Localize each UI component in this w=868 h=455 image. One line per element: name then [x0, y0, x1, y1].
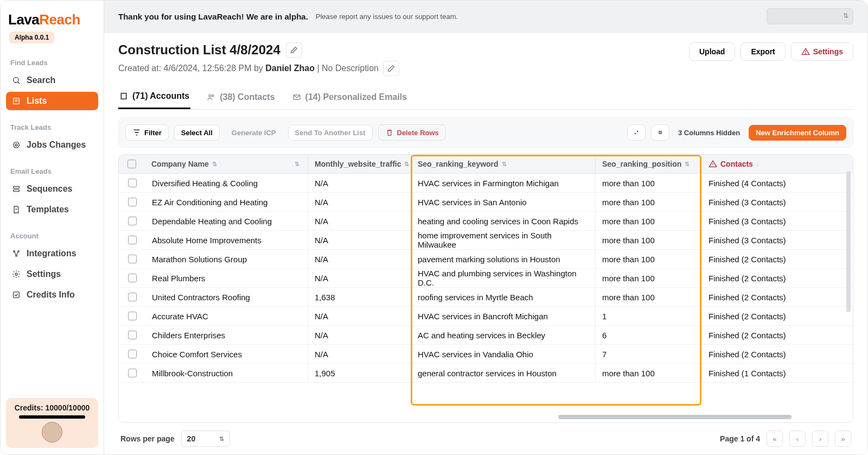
row-checkbox-cell[interactable]	[119, 364, 145, 382]
row-checkbox[interactable]	[128, 369, 137, 377]
svg-rect-23	[659, 131, 661, 134]
nav-integrations-label: Integrations	[27, 249, 76, 258]
row-checkbox[interactable]	[128, 198, 137, 206]
cell-traffic: N/A	[308, 345, 411, 363]
prev-page-button[interactable]: ‹	[789, 431, 806, 447]
tab-emails[interactable]: (14) Personalized Emails	[291, 86, 409, 109]
svg-point-12	[16, 255, 17, 257]
table-row[interactable]: Dependable Heating and Cooling N/A heati…	[119, 212, 853, 231]
table-row[interactable]: United Contractors Roofing 1,638 roofing…	[119, 288, 853, 307]
row-checkbox-cell[interactable]	[119, 345, 145, 363]
trash-icon	[385, 128, 394, 137]
cell-position: 6	[595, 326, 701, 344]
header-checkbox[interactable]	[127, 160, 136, 168]
nav-templates-label: Templates	[27, 205, 69, 214]
columns-button[interactable]	[651, 124, 669, 141]
table-header: Company Name ⇅ ⇅ Monthly_website_traffic…	[119, 155, 853, 174]
row-checkbox-cell[interactable]	[119, 212, 145, 230]
expand-button[interactable]	[627, 124, 646, 141]
cell-traffic: N/A	[308, 174, 411, 192]
header-checkbox-cell[interactable]	[119, 155, 145, 173]
row-checkbox-cell[interactable]	[119, 250, 145, 268]
horizontal-scroll-track[interactable]	[124, 415, 841, 418]
generate-icp-button[interactable]: Generate ICP	[225, 125, 283, 140]
nav-settings[interactable]: Settings	[6, 265, 98, 283]
document-icon	[11, 205, 21, 214]
banner-subtitle: Please report any issues to our support …	[316, 12, 458, 21]
tab-contacts[interactable]: (38) Contacts	[206, 86, 276, 109]
row-checkbox[interactable]	[128, 312, 137, 320]
cell-company: Accurate HVAC	[145, 307, 286, 325]
delete-rows-button[interactable]: Delete Rows	[378, 124, 446, 141]
row-checkbox-cell[interactable]	[119, 326, 145, 344]
page-settings-button[interactable]: Settings	[791, 42, 853, 61]
nav-jobs-changes[interactable]: Jobs Changes	[6, 136, 98, 154]
svg-line-1	[18, 82, 20, 84]
row-checkbox-cell[interactable]	[119, 174, 145, 192]
row-checkbox-cell[interactable]	[119, 288, 145, 306]
table-row[interactable]: EZ Air Conditioning and Heating N/A HVAC…	[119, 193, 853, 212]
last-page-button[interactable]: »	[835, 431, 851, 447]
nav-templates[interactable]: Templates	[6, 200, 98, 219]
header-position[interactable]: Seo_ranking_position ⇅	[595, 155, 701, 173]
avatar[interactable]	[42, 422, 62, 443]
nav-lists[interactable]: Lists	[6, 92, 98, 110]
cell-contacts: Finished (1 Contacts)	[701, 364, 853, 382]
nav-sequences[interactable]: Sequences	[6, 180, 98, 198]
cell-position: more than 100	[595, 364, 701, 382]
table-row[interactable]: Real Plumbers N/A HVAC and plumbing serv…	[119, 269, 853, 288]
row-checkbox-cell[interactable]	[119, 307, 145, 325]
row-checkbox-cell[interactable]	[119, 269, 145, 287]
edit-title-button[interactable]	[286, 42, 302, 58]
header-traffic[interactable]: Monthly_website_traffic ⇅	[308, 155, 411, 173]
cell-contacts: Finished (2 Contacts)	[701, 326, 853, 344]
filter-button[interactable]: Filter	[125, 124, 169, 141]
row-checkbox[interactable]	[128, 236, 137, 244]
header-keyword[interactable]: Seo_ranking_keyword ⇅	[411, 155, 595, 173]
svg-point-5	[14, 142, 20, 148]
mail-icon	[292, 93, 301, 102]
row-checkbox[interactable]	[128, 274, 137, 282]
svg-point-0	[14, 78, 18, 83]
row-checkbox[interactable]	[128, 331, 137, 339]
table-row[interactable]: Absolute Home Improvements N/A home impr…	[119, 231, 853, 250]
select-all-button[interactable]: Select All	[174, 125, 220, 141]
header-spacer[interactable]: ⇅	[286, 155, 308, 173]
export-button[interactable]: Export	[741, 42, 785, 61]
table-row[interactable]: Childers Enterprises N/A AC and heating …	[119, 326, 853, 345]
row-checkbox[interactable]	[128, 217, 137, 225]
edit-description-button[interactable]	[383, 61, 399, 76]
section-track-leads: Track Leads	[6, 111, 98, 135]
row-checkbox[interactable]	[128, 350, 137, 358]
header-company[interactable]: Company Name ⇅	[145, 155, 286, 173]
nav-search[interactable]: Search	[6, 71, 98, 90]
nav-integrations[interactable]: Integrations	[6, 244, 98, 263]
row-checkbox-cell[interactable]	[119, 231, 145, 249]
vertical-scrollbar[interactable]	[846, 171, 851, 312]
table-row[interactable]: Accurate HVAC N/A HVAC services in Bancr…	[119, 307, 853, 326]
row-checkbox[interactable]	[128, 255, 137, 263]
header-contacts[interactable]: Contacts ↓	[701, 155, 853, 173]
rows-per-page-select[interactable]: 20 ⇅	[181, 431, 230, 447]
table-row[interactable]: Millbrook-Construction 1,905 general con…	[119, 364, 853, 383]
upload-button[interactable]: Upload	[689, 42, 735, 61]
table-row[interactable]: Diversified Heating & Cooling N/A HVAC s…	[119, 174, 853, 193]
send-to-list-button[interactable]: Send To Another List	[288, 125, 373, 141]
tab-contacts-label: (38) Contacts	[220, 92, 275, 102]
table-row[interactable]: Choice Comfort Services N/A HVAC service…	[119, 345, 853, 364]
banner-select[interactable]	[767, 8, 853, 24]
tab-accounts[interactable]: (71) Accounts	[118, 86, 190, 109]
row-checkbox-cell[interactable]	[119, 193, 145, 211]
row-checkbox[interactable]	[128, 179, 137, 187]
nav-credits-info[interactable]: Credits Info	[6, 286, 98, 304]
horizontal-scrollbar[interactable]	[558, 415, 792, 419]
table-row[interactable]: Marathon Solutions Group N/A pavement ma…	[119, 250, 853, 269]
cell-keyword: HVAC services in Vandalia Ohio	[411, 345, 595, 363]
next-page-button[interactable]: ›	[812, 431, 828, 447]
alpha-banner: Thank you for using LavaReach! We are in…	[104, 1, 867, 33]
first-page-button[interactable]: «	[767, 431, 783, 447]
cell-traffic: N/A	[308, 250, 411, 268]
new-enrichment-button[interactable]: New Enrichment Column	[749, 125, 846, 141]
row-checkbox[interactable]	[128, 293, 137, 301]
cell-spacer	[286, 193, 308, 211]
